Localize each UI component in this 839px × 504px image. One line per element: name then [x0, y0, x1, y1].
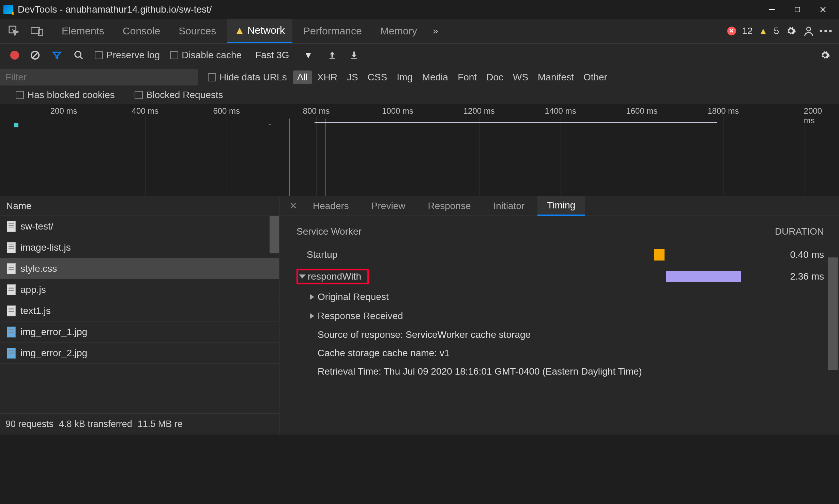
timeline-tick: 400 ms — [132, 106, 159, 116]
blocked-requests-checkbox[interactable]: Blocked Requests — [135, 90, 223, 100]
throttle-select[interactable]: Fast 3G ▼ — [252, 48, 316, 62]
record-button[interactable] — [10, 51, 19, 60]
network-settings-gear-icon[interactable] — [819, 49, 831, 61]
has-blocked-cookies-checkbox[interactable]: Has blocked cookies — [16, 90, 115, 100]
preserve-log-checkbox[interactable]: Preserve log — [95, 50, 160, 61]
devtools-app-icon — [3, 5, 13, 14]
timing-bar-respondwith — [666, 271, 741, 282]
warning-icon: ▲ — [234, 25, 245, 36]
detail-tab-initiator[interactable]: Initiator — [484, 196, 534, 216]
timing-info-cache: Cache storage cache name: v1 — [296, 344, 824, 362]
clear-button[interactable] — [29, 49, 41, 61]
status-resources: 11.5 MB re — [138, 419, 183, 429]
request-row[interactable]: app.js — [0, 279, 279, 300]
request-row[interactable]: img_error_2.jpg — [0, 343, 279, 364]
timing-label: respondWith — [308, 271, 361, 282]
search-icon[interactable] — [73, 49, 85, 61]
warning-badge-icon[interactable]: ▲ — [759, 26, 768, 36]
timing-section-title: Service Worker — [296, 226, 362, 237]
timing-info-source: Source of response: ServiceWorker cache … — [296, 326, 824, 344]
domcontentloaded-marker — [289, 119, 290, 196]
detail-tab-timing[interactable]: Timing — [537, 196, 585, 216]
timeline-dash: - — [269, 120, 271, 129]
hide-data-urls-checkbox[interactable]: Hide data URLs — [208, 72, 287, 83]
close-detail-button[interactable]: ✕ — [286, 200, 300, 211]
timeline-tick: 1800 ms — [707, 106, 739, 116]
timeline-overview[interactable]: 200 ms 400 ms 600 ms 800 ms 1000 ms 1200… — [0, 104, 839, 196]
duration-header: DURATION — [775, 226, 824, 237]
network-toolbar: Preserve log Disable cache Fast 3G ▼ — [0, 43, 839, 66]
detail-tab-preview[interactable]: Preview — [362, 196, 415, 216]
timing-row-respondwith[interactable]: respondWith 2.36 ms — [296, 266, 824, 287]
chevron-right-icon — [310, 294, 314, 300]
request-row[interactable]: img_error_1.jpg — [0, 321, 279, 343]
filter-type-img[interactable]: Img — [393, 70, 417, 84]
request-list: sw-test/ image-list.js style.css app.js … — [0, 216, 279, 413]
filter-type-ws[interactable]: WS — [509, 70, 532, 84]
name-column-header[interactable]: Name — [0, 196, 279, 216]
timeline-tick: 1600 ms — [626, 106, 657, 116]
resource-type-filters: All XHR JS CSS Img Media Font Doc WS Man… — [293, 70, 611, 84]
request-row[interactable]: image-list.js — [0, 237, 279, 258]
tab-performance[interactable]: Performance — [296, 19, 369, 43]
detail-tab-response[interactable]: Response — [418, 196, 480, 216]
filter-input[interactable] — [0, 69, 198, 85]
timing-sub-original-request[interactable]: Original Request — [296, 287, 824, 306]
filter-type-doc[interactable]: Doc — [482, 70, 507, 84]
upload-har-icon[interactable] — [326, 49, 338, 61]
image-file-icon — [7, 327, 16, 337]
tab-elements[interactable]: Elements — [54, 19, 112, 43]
error-count[interactable]: 12 — [742, 26, 753, 36]
svg-rect-1 — [795, 7, 800, 12]
inspect-element-icon[interactable] — [4, 21, 24, 41]
svg-rect-6 — [39, 29, 43, 35]
scrollbar[interactable] — [828, 257, 838, 370]
filter-type-other[interactable]: Other — [579, 70, 611, 84]
warning-count[interactable]: 5 — [774, 26, 779, 36]
timeline-tick: 1000 ms — [382, 106, 413, 116]
detail-tab-headers[interactable]: Headers — [303, 196, 359, 216]
request-row[interactable]: text1.js — [0, 300, 279, 321]
window-close-button[interactable] — [810, 1, 836, 18]
filter-type-manifest[interactable]: Manifest — [534, 70, 578, 84]
disable-cache-checkbox[interactable]: Disable cache — [170, 50, 242, 61]
filter-type-xhr[interactable]: XHR — [313, 70, 341, 84]
tab-network[interactable]: ▲ Network — [227, 19, 292, 43]
tab-memory[interactable]: Memory — [373, 19, 425, 43]
filter-type-media[interactable]: Media — [418, 70, 452, 84]
request-row[interactable]: style.css — [0, 258, 279, 279]
filter-type-all[interactable]: All — [293, 70, 312, 84]
filter-type-font[interactable]: Font — [454, 70, 481, 84]
timing-sub-response-received[interactable]: Response Received — [296, 306, 824, 326]
device-toolbar-icon[interactable] — [27, 21, 47, 41]
error-badge-icon[interactable]: ✕ — [727, 27, 736, 35]
more-menu-icon[interactable]: ••• — [821, 25, 832, 37]
filter-type-js[interactable]: JS — [343, 70, 362, 84]
window-maximize-button[interactable] — [784, 1, 810, 18]
requests-panel: Name sw-test/ image-list.js style.css ap… — [0, 196, 279, 435]
svg-rect-13 — [351, 58, 357, 59]
file-icon — [7, 263, 16, 274]
download-har-icon[interactable] — [348, 49, 360, 61]
svg-point-7 — [807, 27, 810, 31]
filter-type-css[interactable]: CSS — [364, 70, 392, 84]
timing-row-startup: Startup 0.40 ms — [296, 244, 824, 266]
account-icon[interactable] — [803, 25, 814, 37]
timing-body: Service Worker DURATION Startup 0.40 ms … — [279, 216, 839, 435]
load-marker — [325, 119, 325, 196]
tabs-overflow-button[interactable]: » — [428, 26, 443, 36]
main-split: Name sw-test/ image-list.js style.css ap… — [0, 196, 839, 435]
window-minimize-button[interactable] — [759, 1, 784, 18]
timeline-tick: 1200 ms — [463, 106, 495, 116]
scrollbar[interactable] — [270, 216, 279, 253]
detail-panel: ✕ Headers Preview Response Initiator Tim… — [279, 196, 839, 435]
svg-rect-12 — [330, 58, 335, 59]
tab-sources[interactable]: Sources — [171, 19, 224, 43]
timeline-track — [315, 122, 717, 123]
tab-console[interactable]: Console — [115, 19, 168, 43]
settings-gear-icon[interactable] — [785, 25, 797, 37]
request-row[interactable]: sw-test/ — [0, 216, 279, 237]
respondwith-highlight: respondWith — [296, 269, 369, 284]
filter-icon[interactable] — [51, 49, 63, 61]
chevron-down-icon — [299, 274, 306, 279]
